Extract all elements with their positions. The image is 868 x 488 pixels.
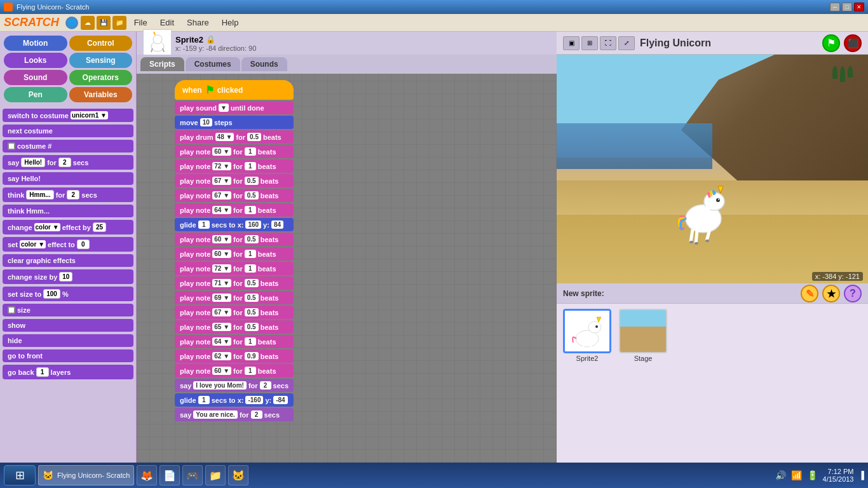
taskbar-right: 🔊 📶 🔋 7:12 PM 4/15/2013 ▐ xyxy=(775,468,864,483)
block-when-flag-clicked[interactable]: when ⚑ clicked xyxy=(175,80,294,100)
cloud-icon[interactable]: ☁ xyxy=(81,16,95,30)
language-button[interactable]: 🌐 xyxy=(65,17,78,29)
block-play-note-9[interactable]: play note 71 ▼ for 0.5 beats xyxy=(175,276,294,290)
block-clear-effects[interactable]: clear graphic effects xyxy=(3,254,133,267)
block-glide-2[interactable]: glide 1 secs to x: -160 y: -84 xyxy=(175,393,294,407)
block-play-note-5[interactable]: play note 64 ▼ for 1 beats xyxy=(175,203,294,217)
green-flag-button[interactable]: ⚑ xyxy=(822,34,840,52)
sprite-thumb-image xyxy=(145,30,170,56)
block-play-drum[interactable]: play drum 48 ▼ for 0.5 beats xyxy=(175,130,294,144)
menu-help[interactable]: Help xyxy=(217,17,244,29)
svg-marker-19 xyxy=(597,317,601,322)
close-button[interactable]: ✕ xyxy=(854,3,864,11)
block-move-steps[interactable]: move 10 steps xyxy=(175,116,294,129)
block-play-note-6[interactable]: play note 60 ▼ for 0.5 beats xyxy=(175,233,294,246)
block-switch-costume[interactable]: switch to costume unicorn1 ▼ xyxy=(3,109,133,122)
cat-operators[interactable]: Operators xyxy=(69,70,133,85)
block-play-note-7[interactable]: play note 60 ▼ for 1 beats xyxy=(175,247,294,261)
stop-button[interactable]: ⬛ xyxy=(844,34,862,52)
svg-line-4 xyxy=(151,48,153,52)
block-play-note-1[interactable]: play note 60 ▼ for 1 beats xyxy=(175,145,294,158)
block-play-note-2[interactable]: play note 72 ▼ for 1 beats xyxy=(175,159,294,173)
block-say[interactable]: say Hello! xyxy=(3,172,133,185)
block-show[interactable]: show xyxy=(3,319,133,332)
checkbox-icon[interactable] xyxy=(8,306,15,314)
block-think[interactable]: think Hmm... xyxy=(3,205,133,217)
block-say-for[interactable]: say Hello! for 2 secs xyxy=(3,155,133,170)
block-play-note-11[interactable]: play note 67 ▼ for 0.5 beats xyxy=(175,306,294,319)
block-next-costume[interactable]: next costume xyxy=(3,125,133,137)
block-hide[interactable]: hide xyxy=(3,334,133,347)
block-set-size[interactable]: set size to 100 % xyxy=(3,287,133,301)
block-play-note-14[interactable]: play note 62 ▼ for 0.9 beats xyxy=(175,349,294,363)
taskbar-app2[interactable]: 📄 xyxy=(159,465,180,485)
block-play-note-13[interactable]: play note 64 ▼ for 1 beats xyxy=(175,335,294,348)
folder-icon[interactable]: 📁 xyxy=(112,16,126,30)
theater-btn[interactable]: ⤢ xyxy=(618,36,635,50)
block-costume-hash[interactable]: costume # xyxy=(3,140,133,152)
stage-thumbnail xyxy=(619,309,667,353)
titlebar: Flying Unicorn- Scratch ─ □ ✕ xyxy=(0,0,868,14)
stage-title: Flying Unicorn xyxy=(640,37,711,49)
block-play-note-4[interactable]: play note 67 ▼ for 0.5 beats xyxy=(175,189,294,202)
block-set-effect[interactable]: set color ▼ effect to 0 xyxy=(3,237,133,252)
fullscreen-btn[interactable]: ⛶ xyxy=(600,36,616,50)
cat-looks[interactable]: Looks xyxy=(4,53,67,68)
paint-sprite-btn[interactable]: ✎ xyxy=(801,285,818,302)
block-size-checkbox[interactable]: size xyxy=(3,304,133,316)
menu-edit[interactable]: Edit xyxy=(155,17,179,29)
menubar: SCRATCH 🌐 ☁ 💾 📁 File Edit Share Help xyxy=(0,14,868,32)
taskbar-app5[interactable]: 🐱 xyxy=(228,465,248,485)
block-glide-1[interactable]: glide 1 secs to x: 160 y: 84 xyxy=(175,218,294,231)
tab-scripts[interactable]: Scripts xyxy=(140,57,184,71)
block-play-sound[interactable]: play sound ▼ until done xyxy=(175,101,294,114)
taskbar-browser[interactable]: 🦊 xyxy=(137,465,157,485)
cat-sound[interactable]: Sound xyxy=(4,70,67,85)
taskbar-app-icon: 🐱 xyxy=(43,470,53,480)
sprite-item-sprite2[interactable]: Sprite2 xyxy=(562,309,613,362)
unicorn-sprite xyxy=(675,177,732,249)
star-sprite-btn[interactable]: ★ xyxy=(822,285,840,302)
taskbar-scratch-app[interactable]: 🐱 Flying Unicorn- Scratch xyxy=(38,465,134,485)
menu-share[interactable]: Share xyxy=(182,17,214,29)
cat-control[interactable]: Control xyxy=(69,36,133,51)
cat-pen[interactable]: Pen xyxy=(4,87,67,102)
sprite-details: Sprite2 🔒 x: -159 y: -84 direction: 90 xyxy=(175,35,256,52)
block-play-note-10[interactable]: play note 69 ▼ for 0.5 beats xyxy=(175,291,294,304)
cat-variables[interactable]: Variables xyxy=(69,87,133,102)
script-area[interactable]: when ⚑ clicked play sound ▼ until done m… xyxy=(137,74,557,463)
block-play-note-8[interactable]: play note 72 ▼ for 1 beats xyxy=(175,262,294,275)
minimize-button[interactable]: ─ xyxy=(830,3,840,11)
show-desktop-btn[interactable]: ▐ xyxy=(858,471,864,480)
checkbox-icon[interactable] xyxy=(8,142,15,150)
windows-icon: ⊞ xyxy=(15,468,25,482)
category-grid: Motion Control Looks Sensing Sound Opera… xyxy=(0,32,136,106)
block-play-note-15[interactable]: play note 60 ▼ for 1 beats xyxy=(175,364,294,377)
normal-stage-btn[interactable]: ⊞ xyxy=(581,36,598,50)
save-icon[interactable]: 💾 xyxy=(97,16,111,30)
menu-file[interactable]: File xyxy=(129,17,153,29)
taskbar-app3[interactable]: 🎮 xyxy=(182,465,203,485)
tree-2 xyxy=(840,66,845,82)
block-change-effect[interactable]: change color ▼ effect by 25 xyxy=(3,220,133,234)
stage-header: ▣ ⊞ ⛶ ⤢ Flying Unicorn ⚑ ⬛ xyxy=(557,32,868,55)
cat-motion[interactable]: Motion xyxy=(4,36,67,51)
tab-costumes[interactable]: Costumes xyxy=(186,57,240,71)
question-sprite-btn[interactable]: ? xyxy=(844,285,862,302)
block-play-note-3[interactable]: play note 67 ▼ for 0.5 beats xyxy=(175,174,294,187)
tab-sounds[interactable]: Sounds xyxy=(241,57,287,71)
maximize-button[interactable]: □ xyxy=(842,3,852,11)
block-go-front[interactable]: go to front xyxy=(3,349,133,362)
block-say-nice[interactable]: say You are nice. for 2 secs xyxy=(175,408,294,421)
start-button[interactable]: ⊞ xyxy=(4,465,36,485)
block-change-size[interactable]: change size by 10 xyxy=(3,269,133,284)
block-think-for[interactable]: think Hmm... for 2 secs xyxy=(3,187,133,202)
block-go-back[interactable]: go back 1 layers xyxy=(3,365,133,379)
taskbar-app4[interactable]: 📁 xyxy=(205,465,226,485)
small-stage-btn[interactable]: ▣ xyxy=(563,36,580,50)
block-play-note-12[interactable]: play note 65 ▼ for 0.5 beats xyxy=(175,320,294,334)
app-icon xyxy=(4,3,13,11)
block-say-mom[interactable]: say I love you Mom! for 2 secs xyxy=(175,379,294,392)
sprite-item-stage[interactable]: Stage xyxy=(618,309,668,362)
cat-sensing[interactable]: Sensing xyxy=(69,53,133,68)
